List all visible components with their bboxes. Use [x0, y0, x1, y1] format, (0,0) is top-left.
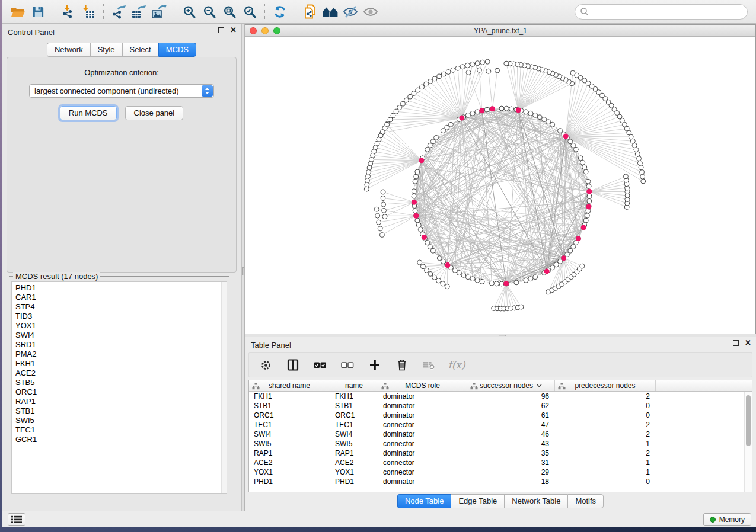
tab-select[interactable]: Select	[122, 43, 158, 57]
zoom-out-icon[interactable]	[199, 2, 219, 21]
cell-successor-nodes: 31	[467, 458, 555, 467]
network-canvas[interactable]	[245, 37, 755, 334]
splitter-grip[interactable]	[242, 267, 244, 275]
mcds-result-item[interactable]: FKH1	[12, 359, 227, 368]
network-window-titlebar[interactable]: YPA_prune.txt_1	[245, 25, 755, 37]
tab-node-table[interactable]: Node Table	[397, 494, 451, 508]
home-icon[interactable]	[320, 2, 340, 21]
select-all-icon[interactable]	[313, 358, 327, 372]
column-header-name[interactable]: name	[330, 380, 378, 391]
cell-predecessor-nodes: 1	[555, 467, 656, 477]
control-panel-title: Control Panel	[8, 28, 55, 37]
task-history-button[interactable]	[8, 513, 25, 526]
settings-icon[interactable]	[259, 358, 273, 372]
import-table-icon[interactable]	[78, 2, 98, 21]
search-field[interactable]	[575, 4, 748, 20]
close-panel-icon[interactable]: ✕	[230, 27, 237, 33]
mcds-result-item[interactable]: RAP1	[12, 397, 227, 406]
hide-glasses-icon[interactable]	[340, 2, 361, 21]
run-mcds-button[interactable]: Run MCDS	[60, 106, 117, 120]
refresh-icon[interactable]	[270, 2, 290, 21]
deselect-all-icon[interactable]	[340, 358, 355, 372]
control-panel-header: Control Panel ✕	[2, 24, 241, 40]
tab-edge-table[interactable]: Edge Table	[451, 494, 504, 508]
table-row[interactable]: PHD1PHD1dominator180	[249, 477, 752, 486]
mcds-result-list[interactable]: PHD1CAR1STP4TID3YOX1SWI4SRD1PMA2FKH1ACE2…	[11, 281, 227, 494]
column-header-predecessor-nodes[interactable]: predecessor nodes	[555, 380, 656, 391]
cell-predecessor-nodes: 2	[555, 420, 656, 430]
tab-motifs[interactable]: Motifs	[567, 494, 604, 508]
mcds-result-item[interactable]: SWI5	[12, 416, 227, 425]
tab-network[interactable]: Network	[47, 43, 90, 57]
show-eye-icon[interactable]	[361, 2, 381, 21]
mcds-result-item[interactable]: ORC1	[12, 387, 227, 397]
toggle-column-panel-icon[interactable]	[286, 358, 300, 372]
export-image-icon[interactable]	[149, 2, 169, 21]
close-panel-icon[interactable]: ✕	[745, 340, 751, 346]
table-row[interactable]: FKH1FKH1dominator962	[249, 392, 752, 401]
mcds-result-item[interactable]: YOX1	[12, 321, 227, 331]
tab-mcds[interactable]: MCDS	[158, 43, 196, 57]
mcds-list-scrollbar[interactable]	[221, 282, 227, 493]
table-row[interactable]: TEC1TEC1connector472	[249, 420, 752, 430]
table-row[interactable]: ORC1ORC1dominator610	[249, 411, 752, 420]
mcds-result-item[interactable]: PMA2	[12, 350, 227, 359]
cell-shared-name: RAP1	[249, 448, 330, 458]
float-panel-icon[interactable]	[733, 340, 739, 346]
mcds-result-item[interactable]: ACE2	[12, 368, 227, 378]
memory-button[interactable]: Memory	[703, 513, 751, 526]
column-header-successor-nodes[interactable]: successor nodes	[467, 380, 555, 391]
column-header-shared-name[interactable]: shared name	[249, 380, 330, 391]
mcds-result-item[interactable]: STB5	[12, 378, 227, 387]
open-file-icon[interactable]	[8, 2, 28, 21]
table-scrollbar-thumb[interactable]	[746, 395, 751, 446]
mcds-result-item[interactable]: TID3	[12, 312, 227, 321]
mcds-result-item[interactable]: STB1	[12, 406, 227, 416]
mcds-result-item[interactable]: SRD1	[12, 340, 227, 350]
cell-predecessor-nodes: 2	[555, 430, 656, 439]
table-row[interactable]: STB1STB1dominator620	[249, 401, 752, 411]
zoom-in-icon[interactable]	[179, 2, 199, 21]
minimize-window-icon[interactable]	[261, 27, 269, 34]
table-row[interactable]: RAP1RAP1dominator352	[249, 448, 752, 458]
delete-column-icon[interactable]	[395, 358, 409, 372]
mcds-result-item[interactable]: GCR1	[12, 435, 227, 444]
import-network-icon[interactable]	[58, 2, 78, 21]
table-row[interactable]: YOX1YOX1connector291	[249, 467, 752, 477]
mcds-result-item[interactable]: PHD1	[12, 283, 227, 293]
mcds-result-item[interactable]: CAR1	[12, 293, 227, 302]
table-scrollbar[interactable]	[744, 392, 752, 492]
save-session-icon[interactable]	[28, 2, 48, 21]
table-row[interactable]: ACE2ACE2connector311	[249, 458, 752, 467]
select-spinner-icon	[202, 85, 213, 97]
tab-network-table[interactable]: Network Table	[504, 494, 567, 508]
table-row[interactable]: SWI4SWI4dominator462	[249, 430, 752, 439]
cell-name: TEC1	[330, 420, 378, 430]
splitter-grip[interactable]	[499, 335, 506, 336]
mcds-result-group: MCDS result (17 nodes) PHD1CAR1STP4TID3Y…	[9, 276, 229, 496]
zoom-fit-icon[interactable]	[219, 2, 240, 21]
close-window-icon[interactable]	[250, 27, 257, 34]
memory-label: Memory	[719, 515, 745, 524]
zoom-selected-icon[interactable]	[240, 2, 260, 21]
float-panel-icon[interactable]	[218, 27, 224, 33]
optimization-criterion-select[interactable]: largest connected component (undirected)	[29, 84, 214, 98]
column-header-mcds-role[interactable]: MCDS role	[378, 380, 467, 391]
export-table-icon[interactable]	[129, 2, 149, 21]
add-column-icon[interactable]	[368, 358, 382, 372]
close-panel-button[interactable]: Close panel	[125, 106, 184, 120]
mcds-result-item[interactable]: TEC1	[12, 425, 227, 435]
table-row[interactable]: SWI5SWI5connector431	[249, 439, 752, 448]
share-document-icon[interactable]	[300, 2, 320, 21]
maximize-window-icon[interactable]	[273, 27, 280, 34]
search-input[interactable]	[589, 6, 747, 18]
cell-mcds-role: connector	[378, 467, 467, 477]
mcds-result-item[interactable]: STP4	[12, 302, 227, 312]
mcds-result-item[interactable]: SWI4	[12, 331, 227, 340]
export-network-icon[interactable]	[109, 2, 129, 21]
cell-predecessor-nodes: 1	[555, 458, 656, 467]
tab-style[interactable]: Style	[90, 43, 122, 57]
criterion-value: largest connected component (undirected)	[34, 86, 179, 95]
toolbar-separator	[174, 4, 174, 20]
cell-name: ORC1	[330, 411, 378, 420]
